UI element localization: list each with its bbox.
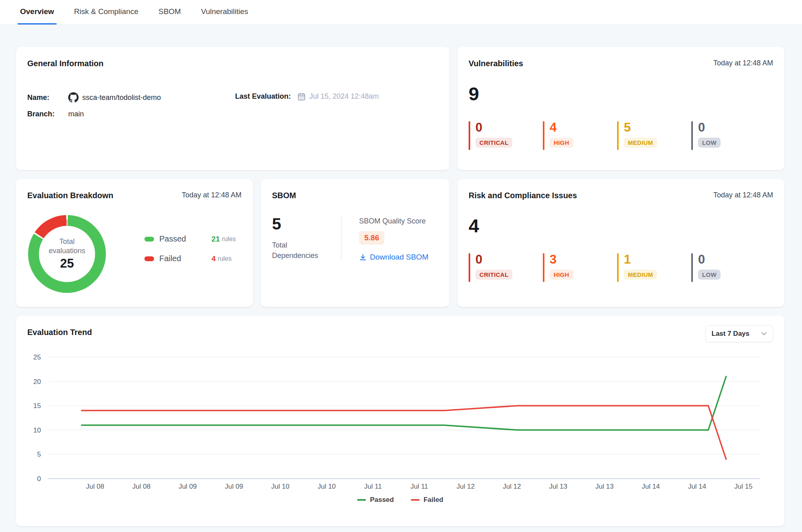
legend-value: 21: [211, 235, 220, 244]
svg-text:10: 10: [33, 426, 41, 434]
evaluation-trend-chart: 0510152025Jul 08Jul 08Jul 09Jul 09Jul 10…: [27, 351, 771, 493]
svg-text:0: 0: [37, 475, 41, 483]
legend-label: Failed: [424, 496, 443, 504]
severity-count: 0: [698, 121, 721, 134]
sbom-quality-score-badge: 5.86: [359, 231, 384, 245]
svg-text:Jul 14: Jul 14: [688, 483, 706, 490]
breakdown-legend-failed: Failed 4 rules: [144, 254, 236, 263]
sbom-title: SBOM: [272, 191, 438, 200]
severity-badge: MEDIUM: [624, 138, 657, 148]
svg-text:Jul 09: Jul 09: [179, 483, 197, 490]
tab-bar: OverviewRisk & ComplianceSBOMVulnerabili…: [0, 0, 802, 25]
last-evaluation-value: Jul 15, 2024 12:48am: [309, 92, 379, 101]
svg-text:Jul 10: Jul 10: [317, 483, 335, 490]
evaluation-trend-title: Evaluation Trend: [27, 328, 92, 337]
severity-count: 3: [550, 253, 573, 266]
severity-bar: [617, 121, 619, 150]
dashboard-content: General Information Name: ssca-team/todo…: [0, 25, 802, 526]
legend-label: Passed: [159, 234, 203, 244]
svg-text:Jul 14: Jul 14: [642, 483, 660, 490]
repo-name-value: ssca-team/todolist-demo: [82, 93, 161, 102]
last-evaluation-label: Last Evaluation:: [235, 92, 291, 101]
tab-sbom[interactable]: SBOM: [156, 0, 183, 24]
svg-text:Jul 08: Jul 08: [132, 483, 150, 490]
date-range-dropdown[interactable]: Last 7 Days: [705, 325, 774, 342]
general-information-title: General Information: [27, 59, 438, 68]
svg-text:Jul 08: Jul 08: [86, 483, 104, 490]
last-evaluation-row: Last Evaluation: Jul 15, 2024 12:48am: [235, 92, 379, 101]
risk-severity-low: 0LOW: [691, 253, 765, 282]
risk-severity-medium: 1MEDIUM: [617, 253, 691, 282]
vulnerability-severity-high: 4HIGH: [543, 121, 617, 150]
svg-text:Jul 10: Jul 10: [271, 483, 289, 490]
severity-badge: CRITICAL: [475, 138, 512, 148]
severity-badge: HIGH: [550, 138, 573, 148]
severity-bar: [543, 253, 544, 282]
donut-center-label: Totalevaluations: [49, 237, 85, 256]
total-dependencies-label: Total Dependencies: [272, 240, 324, 261]
severity-count: 5: [624, 121, 657, 134]
chevron-down-icon: [761, 332, 767, 335]
vulnerabilities-total: 9: [469, 83, 773, 104]
svg-text:20: 20: [33, 378, 41, 386]
severity-bar: [543, 121, 544, 150]
trend-legend-failed: Failed: [411, 496, 443, 504]
branch-label: Branch:: [27, 110, 56, 118]
trend-legend-passed: Passed: [357, 496, 394, 504]
severity-bar: [691, 121, 693, 150]
legend-pill: [144, 237, 154, 242]
tab-risk-compliance[interactable]: Risk & Compliance: [72, 0, 141, 24]
sbom-quality-score-label: SBOM Quality Score: [359, 217, 428, 225]
severity-count: 1: [624, 253, 657, 266]
severity-bar: [469, 121, 470, 150]
vulnerabilities-card: Vulnerabilities Today at 12:48 AM 9 0CRI…: [457, 47, 784, 170]
calendar-icon: [297, 92, 306, 101]
vulnerability-severity-critical: 0CRITICAL: [469, 121, 543, 150]
general-information-card: General Information Name: ssca-team/todo…: [16, 47, 449, 170]
tab-vulnerabilities[interactable]: Vulnerabilities: [199, 0, 251, 24]
legend-value: 4: [211, 254, 216, 263]
download-sbom-label: Download SBOM: [370, 253, 428, 262]
tab-overview[interactable]: Overview: [18, 0, 57, 24]
trend-chart-legend: Passed Failed: [27, 496, 773, 504]
risk-severity-critical: 0CRITICAL: [469, 253, 543, 282]
sbom-card: SBOM 5 Total Dependencies SBOM Quality S…: [261, 179, 449, 307]
evaluation-breakdown-card: Evaluation Breakdown Today at 12:48 AM T…: [16, 179, 253, 307]
severity-badge: LOW: [698, 270, 721, 280]
legend-unit: rules: [218, 255, 232, 262]
legend-dash: [357, 499, 366, 501]
evaluation-breakdown-timestamp: Today at 12:48 AM: [182, 191, 242, 199]
svg-text:5: 5: [37, 451, 41, 458]
legend-label: Failed: [159, 254, 203, 263]
download-sbom-link[interactable]: Download SBOM: [359, 253, 428, 262]
svg-text:Jul 11: Jul 11: [410, 483, 428, 490]
svg-text:Jul 11: Jul 11: [364, 483, 382, 490]
download-icon: [359, 254, 367, 261]
severity-badge: LOW: [698, 138, 721, 148]
svg-text:Jul 13: Jul 13: [595, 483, 613, 490]
legend-dash: [411, 499, 420, 501]
vulnerabilities-title: Vulnerabilities: [469, 59, 523, 68]
risk-severity-high: 3HIGH: [543, 253, 617, 282]
legend-label: Passed: [370, 496, 394, 504]
risk-compliance-total: 4: [469, 215, 773, 236]
risk-compliance-timestamp: Today at 12:48 AM: [713, 191, 773, 199]
github-icon: [68, 92, 79, 103]
risk-compliance-title: Risk and Compliance Issues: [469, 191, 577, 200]
risk-compliance-card: Risk and Compliance Issues Today at 12:4…: [457, 179, 784, 307]
date-range-value: Last 7 Days: [712, 330, 750, 338]
severity-badge: HIGH: [550, 270, 573, 280]
svg-text:Jul 13: Jul 13: [549, 483, 567, 490]
breakdown-legend: Passed 21 rules Failed 4 rules: [144, 234, 236, 274]
severity-bar: [469, 253, 470, 282]
risk-severity-row: 0CRITICAL3HIGH1MEDIUM0LOW: [469, 253, 773, 282]
severity-count: 0: [698, 253, 721, 266]
svg-text:Jul 09: Jul 09: [225, 483, 243, 490]
vulnerabilities-severity-row: 0CRITICAL4HIGH5MEDIUM0LOW: [469, 121, 773, 150]
evaluation-breakdown-title: Evaluation Breakdown: [27, 191, 114, 200]
total-dependencies-value: 5: [272, 215, 341, 234]
donut-total-value: 25: [60, 256, 74, 271]
breakdown-legend-passed: Passed 21 rules: [144, 234, 236, 244]
vulnerability-severity-low: 0LOW: [691, 121, 765, 150]
svg-text:Jul 12: Jul 12: [457, 483, 475, 490]
